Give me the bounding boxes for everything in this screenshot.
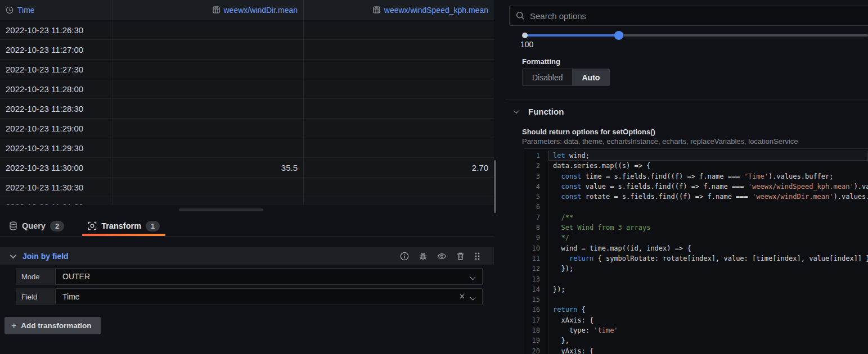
code-line: 19 }, — [524, 335, 868, 346]
column-header-time[interactable]: Time — [0, 0, 113, 20]
table-cell-winddir — [113, 197, 304, 205]
add-transformation-button[interactable]: + Add transformation — [5, 317, 101, 334]
info-icon[interactable] — [400, 252, 409, 261]
process-icon — [88, 221, 97, 230]
add-transformation-label: Add transformation — [21, 321, 91, 330]
slider-start-dot — [522, 33, 528, 38]
mode-select[interactable]: OUTER — [55, 268, 483, 285]
table-header: Time weewx/windDir.mean weewx/windSpeed_… — [0, 0, 494, 20]
mode-select-value: OUTER — [56, 272, 90, 281]
table-cell-time: 2022-10-23 11:31:00 — [0, 197, 113, 205]
tab-query-count-badge: 2 — [50, 221, 64, 232]
vertical-scrollbar[interactable] — [494, 160, 496, 213]
line-number: 16 — [524, 305, 540, 315]
tab-query[interactable]: Query 2 — [2, 216, 71, 236]
tab-transform-label: Transform — [101, 221, 141, 230]
formatting-option-disabled[interactable]: Disabled — [523, 69, 572, 85]
code-text: wind = time.map((id, index) => { — [548, 243, 868, 253]
active-tab-underline — [82, 234, 165, 236]
column-header-label: weewx/windSpeed_kph.mean — [384, 6, 488, 15]
line-number: 5 — [524, 192, 540, 202]
formatting-option-auto[interactable]: Auto — [572, 69, 609, 85]
options-pane: 100 Formatting Disabled Auto Function Sh… — [506, 0, 868, 354]
code-text: type: 'time' — [548, 325, 868, 335]
code-editor[interactable]: 1let wind;2data.series.map((s) => {3 con… — [524, 148, 868, 354]
code-line: 7 /** — [524, 212, 868, 223]
code-text: }, — [548, 335, 868, 346]
line-number: 10 — [524, 243, 540, 253]
column-header-windspeed[interactable]: weewx/windSpeed_kph.mean — [304, 0, 494, 20]
tab-query-label: Query — [22, 221, 46, 230]
code-line: 8 Set Wind from 3 arrays — [524, 223, 868, 233]
tab-transform[interactable]: Transform 1 — [81, 216, 167, 236]
panel-edit-screen: Time weewx/windDir.mean weewx/windSpeed_… — [0, 0, 868, 354]
slider-thumb[interactable] — [614, 31, 623, 40]
code-text — [548, 274, 868, 284]
formatting-label: Formatting — [522, 57, 560, 66]
table-row: 2022-10-23 11:29:00 — [0, 119, 494, 138]
trash-icon[interactable] — [456, 252, 465, 261]
chevron-down-icon — [10, 252, 16, 258]
table-cell-windspeed: 2.70 — [304, 158, 494, 177]
table-cell-time: 2022-10-23 11:27:30 — [0, 60, 113, 79]
table-cell-time: 2022-10-23 11:30:30 — [0, 178, 113, 197]
line-number: 3 — [524, 171, 540, 181]
line-number: 18 — [524, 325, 540, 335]
size-slider[interactable] — [506, 31, 868, 40]
bug-icon[interactable] — [419, 252, 428, 261]
code-text — [548, 294, 868, 305]
tab-transform-count-badge: 1 — [146, 221, 160, 232]
function-parameters: Parameters: data, theme, echartsInstance… — [522, 137, 798, 146]
column-header-winddir[interactable]: weewx/windDir.mean — [113, 0, 304, 20]
code-text: /** — [548, 212, 868, 223]
table-cell-winddir — [113, 20, 304, 39]
code-line: 13 — [524, 274, 868, 284]
code-line: 14}); — [524, 284, 868, 294]
search-input[interactable] — [530, 11, 868, 21]
code-text: xAxis: { — [548, 315, 868, 325]
code-text: yAxis: { — [548, 346, 868, 354]
clear-icon[interactable]: × — [460, 291, 465, 302]
table-body: 2022-10-23 11:26:302022-10-23 11:27:0020… — [0, 20, 494, 205]
transformation-row-header[interactable]: Join by field — [0, 247, 494, 265]
table-cell-winddir — [113, 79, 304, 98]
line-number: 4 — [524, 181, 540, 192]
table-cell-winddir — [113, 40, 304, 59]
table-cell-windspeed — [304, 20, 494, 39]
line-number: 6 — [524, 202, 540, 212]
chevron-down-icon — [514, 108, 519, 114]
code-text: const time = s.fields.find((f) => f.name… — [548, 171, 868, 181]
line-number: 17 — [524, 315, 540, 325]
slider-fill — [525, 34, 619, 37]
code-line: 6 — [524, 202, 868, 212]
clock-icon — [6, 6, 14, 14]
code-line: 2data.series.map((s) => { — [524, 161, 868, 171]
column-header-label: Time — [17, 6, 35, 15]
eye-icon[interactable] — [437, 252, 447, 261]
horizontal-scrollbar[interactable] — [179, 208, 263, 211]
table-row: 2022-10-23 11:26:30 — [0, 20, 494, 40]
table-cell-windspeed — [304, 79, 494, 98]
table-cell-windspeed — [304, 99, 494, 118]
table-panel: Time weewx/windDir.mean weewx/windSpeed_… — [0, 0, 494, 205]
code-text: const value = s.fields.find((f) => f.nam… — [548, 181, 868, 192]
table-cell-winddir — [113, 119, 304, 138]
code-text: */ — [548, 233, 868, 243]
line-number: 2 — [524, 161, 540, 171]
table-cell-windspeed — [304, 60, 494, 79]
line-number: 19 — [524, 335, 540, 346]
chevron-down-icon — [470, 275, 476, 280]
code-line: 15 — [524, 294, 868, 305]
table-row: 2022-10-23 11:28:00 — [0, 79, 494, 99]
column-header-label: weewx/windDir.mean — [224, 6, 298, 15]
table-cell-windspeed — [304, 40, 494, 59]
search-icon — [516, 11, 525, 20]
code-line: 5 const rotate = s.fields.find((f) => f.… — [524, 192, 868, 202]
field-select[interactable]: Time × — [55, 288, 483, 305]
table-cell-winddir — [113, 138, 304, 157]
calculator-icon — [213, 6, 220, 13]
function-section-header[interactable]: Function — [506, 106, 564, 117]
drag-handle-icon[interactable] — [474, 252, 480, 261]
table-cell-windspeed — [304, 178, 494, 197]
mode-label: Mode — [16, 268, 55, 285]
